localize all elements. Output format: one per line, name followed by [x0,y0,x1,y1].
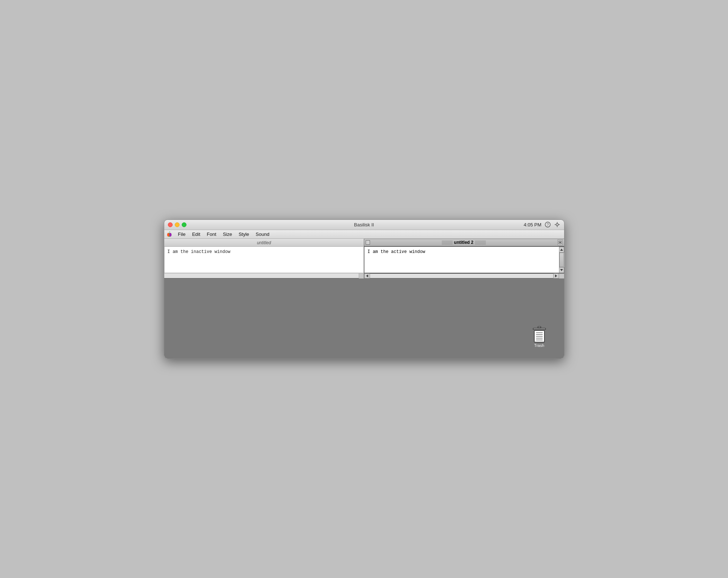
scroll-down-arrow[interactable] [559,267,564,273]
window-title: Basilisk II [354,222,374,227]
menu-style[interactable]: Style [236,231,252,238]
inactive-document-window: untitled I am the inactive window [164,239,365,278]
menu-font[interactable]: Font [204,231,219,238]
scrollbar-track[interactable] [559,253,564,267]
active-window-content[interactable]: I am the active window [364,247,559,273]
menu-sound[interactable]: Sound [253,231,272,238]
active-window-zoom[interactable] [558,239,563,245]
svg-marker-23 [366,274,368,277]
trash-line-2 [536,334,543,335]
svg-marker-22 [560,269,563,271]
inactive-window-hscrollbar [164,273,364,278]
active-window-titlebar[interactable]: untitled 2 [364,239,564,247]
menu-size[interactable]: Size [220,231,235,238]
inactive-window-text: I am the inactive window [168,249,361,255]
minimize-button[interactable] [175,222,180,227]
vertical-scrollbar[interactable] [559,247,564,273]
svg-rect-20 [559,242,561,243]
menu-edit[interactable]: Edit [189,231,203,238]
trash-line-4 [536,338,543,339]
trash-line-1 [536,332,543,333]
scrollbar-thumb[interactable] [559,253,564,267]
active-titlebar-center: untitled 2 [370,240,558,245]
active-window-title: untitled 2 [454,240,473,245]
drag-stripes-right [475,240,486,245]
active-window-hscrollbar [364,273,564,278]
maximize-button[interactable] [182,222,186,227]
trash-label: Trash [534,343,544,348]
h-scrollbar-track[interactable] [370,274,553,278]
scroll-up-arrow[interactable] [559,247,564,253]
trash-handle [538,326,541,328]
document-windows-area: untitled I am the inactive window [164,239,564,278]
settings-icon[interactable] [554,221,560,228]
drag-stripes-left [442,240,453,245]
svg-point-8 [167,233,169,237]
desktop-area: Trash [164,278,564,359]
menu-bar: File Edit Font Size Style Sound [164,230,564,239]
title-bar: Basilisk II 4:05 PM ? [164,220,564,230]
inactive-window-content[interactable]: I am the inactive window [164,247,364,273]
trash-bin-graphic [533,328,546,343]
apple-menu[interactable] [166,230,173,238]
mac-application-window: Basilisk II 4:05 PM ? [164,219,564,359]
trash-lid [533,328,546,330]
trash-bin-body [534,330,545,343]
scroll-corner-active [559,273,564,278]
active-window-wrapper: I am the active window [364,247,564,273]
help-icon[interactable]: ? [544,221,551,228]
close-button[interactable] [168,222,173,227]
svg-point-9 [169,233,172,237]
active-window-text: I am the active window [367,249,556,255]
trash-line-5 [536,340,543,340]
clock-display: 4:05 PM [524,222,541,227]
scroll-left-arrow[interactable] [364,273,370,278]
trash-line-3 [536,336,543,337]
active-document-window: untitled 2 [364,239,564,278]
window-controls [168,222,186,227]
svg-marker-21 [560,249,563,251]
title-bar-right: 4:05 PM ? [524,221,560,228]
inactive-window-titlebar: untitled [164,239,364,247]
scroll-corner-inactive [359,273,364,278]
active-window-close[interactable] [366,240,370,245]
svg-text:?: ? [547,223,549,227]
inactive-window-title: untitled [257,240,271,245]
scroll-right-arrow[interactable] [553,273,559,278]
menu-file[interactable]: File [175,231,189,238]
trash-icon[interactable]: Trash [533,328,546,348]
svg-marker-24 [555,274,557,277]
svg-point-2 [556,223,558,226]
